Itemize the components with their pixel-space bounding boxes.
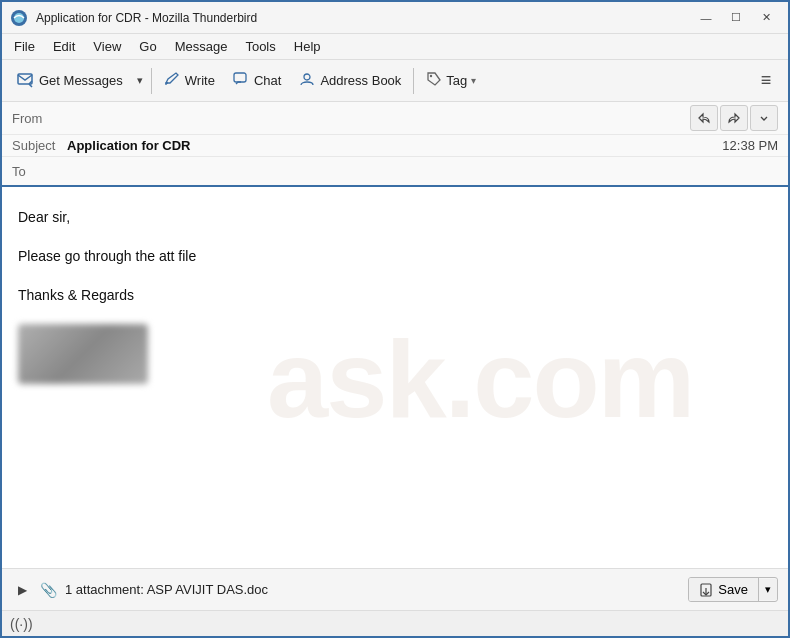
address-book-button[interactable]: Address Book (291, 67, 409, 95)
email-body-line-3: Thanks & Regards (18, 285, 772, 306)
svg-rect-3 (234, 73, 246, 82)
email-header: From (2, 102, 788, 187)
watermark: ask.com (267, 314, 693, 441)
from-label: From (12, 111, 67, 126)
tag-button[interactable]: Tag ▾ (418, 67, 484, 94)
menu-go[interactable]: Go (131, 37, 164, 56)
email-time: 12:38 PM (722, 138, 778, 153)
close-button[interactable]: ✕ (752, 7, 780, 29)
forward-button[interactable] (720, 105, 748, 131)
menu-file[interactable]: File (6, 37, 43, 56)
menu-edit[interactable]: Edit (45, 37, 83, 56)
tag-icon (426, 71, 442, 90)
toolbar-divider-1 (151, 68, 152, 94)
svg-point-5 (430, 75, 432, 77)
window-title: Application for CDR - Mozilla Thunderbir… (36, 11, 692, 25)
email-body: ask.com Dear sir, Please go through the … (2, 187, 788, 568)
get-messages-button[interactable]: Get Messages (8, 66, 131, 96)
toolbar-divider-2 (413, 68, 414, 94)
svg-point-4 (304, 74, 310, 80)
save-label: Save (718, 582, 748, 597)
subject-row: Subject Application for CDR 12:38 PM (2, 135, 788, 157)
attachment-expand-icon[interactable]: ▶ (12, 580, 32, 600)
expand-header-button[interactable] (750, 105, 778, 131)
address-book-label: Address Book (320, 73, 401, 88)
attachment-clip-icon: 📎 (40, 582, 57, 598)
hamburger-button[interactable]: ≡ (750, 65, 782, 97)
to-row: To (2, 157, 788, 185)
from-row: From (2, 102, 788, 135)
titlebar: Application for CDR - Mozilla Thunderbir… (2, 2, 788, 34)
tag-label: Tag (446, 73, 467, 88)
subject-label: Subject (12, 138, 67, 153)
email-body-line-2: Please go through the att file (18, 246, 772, 267)
menu-tools[interactable]: Tools (237, 37, 283, 56)
save-button-main[interactable]: Save (689, 578, 759, 601)
menubar: File Edit View Go Message Tools Help (2, 34, 788, 60)
attachment-bar: ▶ 📎 1 attachment: ASP AVIJIT DAS.doc Sav… (2, 568, 788, 610)
address-book-icon (299, 71, 315, 91)
chat-icon (233, 71, 249, 91)
signature-image (18, 324, 148, 384)
email-body-line-1: Dear sir, (18, 207, 772, 228)
menu-view[interactable]: View (85, 37, 129, 56)
minimize-button[interactable]: — (692, 7, 720, 29)
save-icon (699, 583, 713, 597)
get-messages-label: Get Messages (39, 73, 123, 88)
app-icon (10, 9, 28, 27)
chat-label: Chat (254, 73, 281, 88)
svg-point-1 (14, 13, 24, 23)
menu-message[interactable]: Message (167, 37, 236, 56)
attachment-label: 1 attachment: ASP AVIJIT DAS.doc (65, 582, 680, 597)
get-messages-dropdown[interactable]: ▾ (133, 70, 147, 91)
to-label: To (12, 164, 67, 179)
reply-button[interactable] (690, 105, 718, 131)
maximize-button[interactable]: ☐ (722, 7, 750, 29)
write-button[interactable]: Write (156, 67, 223, 95)
subject-value: Application for CDR (67, 138, 722, 153)
window-controls: — ☐ ✕ (692, 7, 780, 29)
get-messages-icon (16, 70, 34, 92)
reply-actions (690, 105, 778, 131)
toolbar: Get Messages ▾ Write Chat (2, 60, 788, 102)
statusbar: ((·)) (2, 610, 788, 636)
main-window: Application for CDR - Mozilla Thunderbir… (0, 0, 790, 638)
save-attachment-button: Save ▾ (688, 577, 778, 602)
connection-signal-icon: ((·)) (10, 616, 33, 632)
save-dropdown-button[interactable]: ▾ (759, 579, 777, 600)
menu-help[interactable]: Help (286, 37, 329, 56)
write-icon (164, 71, 180, 91)
tag-dropdown-icon: ▾ (471, 75, 476, 86)
write-label: Write (185, 73, 215, 88)
chat-button[interactable]: Chat (225, 67, 289, 95)
